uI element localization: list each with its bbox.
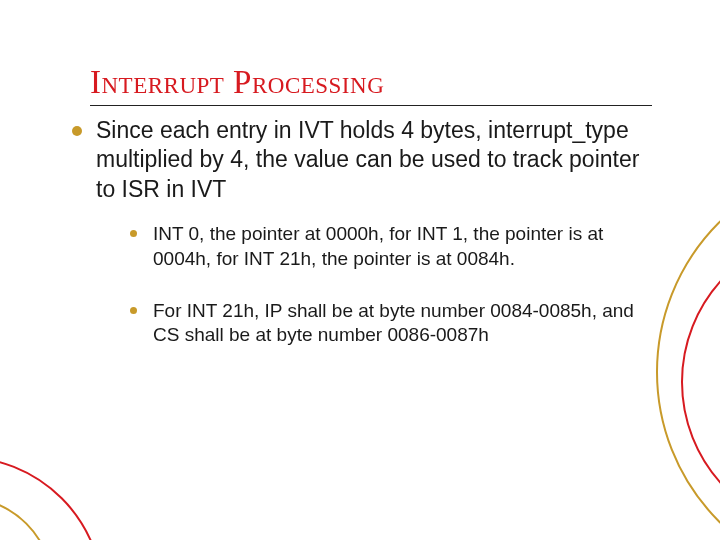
sub-bullet-list: INT 0, the pointer at 0000h, for INT 1, … [130,222,652,347]
main-point-text: Since each entry in IVT holds 4 bytes, i… [96,116,652,204]
slide: Interrupt Processing Since each entry in… [0,0,720,540]
sub-bullet-row: For INT 21h, IP shall be at byte number … [130,299,652,348]
bullet-icon [72,126,82,136]
main-bullet-row: Since each entry in IVT holds 4 bytes, i… [90,116,652,204]
bullet-icon [130,307,137,314]
sub-bullet-row: INT 0, the pointer at 0000h, for INT 1, … [130,222,652,271]
title-rule [90,105,652,106]
sub-point-text: INT 0, the pointer at 0000h, for INT 1, … [153,222,652,271]
slide-title: Interrupt Processing [90,64,652,101]
bullet-icon [130,230,137,237]
sub-point-text: For INT 21h, IP shall be at byte number … [153,299,652,348]
